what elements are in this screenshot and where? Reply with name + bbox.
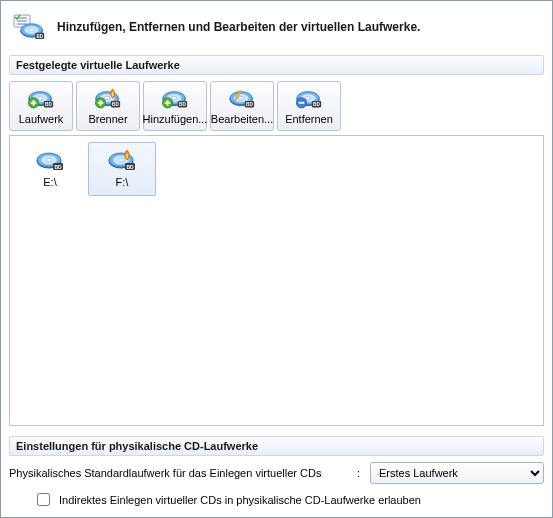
drive-item-label: E:\ [43,176,56,188]
add-burner-label: Brenner [88,113,127,125]
remove-label: Entfernen [285,113,333,125]
panel-header: Hinzufügen, Entfernen und Bearbeiten der… [9,5,544,55]
add-icon [161,88,189,112]
default-drive-row: Physikalisches Standardlaufwerk für das … [9,462,544,484]
default-drive-select[interactable]: Erstes Laufwerk [370,462,544,484]
remove-icon [295,88,323,112]
add-burner-button[interactable]: Brenner [76,81,140,131]
add-button[interactable]: Hinzufügen... [143,81,207,131]
edit-button[interactable]: Bearbeiten... [210,81,274,131]
drive-icon [35,150,65,174]
edit-icon [228,88,256,112]
add-label: Hinzufügen... [143,113,208,125]
indirect-insert-label[interactable]: Indirektes Einlegen virtueller CDs in ph… [59,494,421,506]
burner-drive-icon [107,150,137,174]
edit-label: Bearbeiten... [211,113,273,125]
virtual-drive-icon [13,13,47,41]
drive-item-label: F:\ [116,176,129,188]
add-drive-icon [27,88,55,112]
virtual-drives-panel: Hinzufügen, Entfernen und Bearbeiten der… [0,0,553,518]
add-drive-button[interactable]: Laufwerk [9,81,73,131]
panel-title: Hinzufügen, Entfernen und Bearbeiten der… [57,20,420,34]
drive-item[interactable]: E:\ [16,142,84,196]
add-burner-icon [94,88,122,112]
default-drive-label: Physikalisches Standardlaufwerk für das … [9,467,347,479]
drive-item[interactable]: F:\ [88,142,156,196]
indirect-insert-checkbox[interactable] [37,493,50,506]
physical-settings: Einstellungen für physikalische CD-Laufw… [9,426,544,509]
colon: : [353,467,364,479]
drive-list[interactable]: E:\F:\ [9,135,544,426]
indirect-insert-row: Indirektes Einlegen virtueller CDs in ph… [9,490,544,509]
drives-toolbar: Laufwerk Brenner Hinzufügen... Bearbeite… [9,75,544,135]
add-drive-label: Laufwerk [19,113,64,125]
section-physical-title: Einstellungen für physikalische CD-Laufw… [9,436,544,456]
section-drives-title: Festgelegte virtuelle Laufwerke [9,55,544,75]
remove-button[interactable]: Entfernen [277,81,341,131]
